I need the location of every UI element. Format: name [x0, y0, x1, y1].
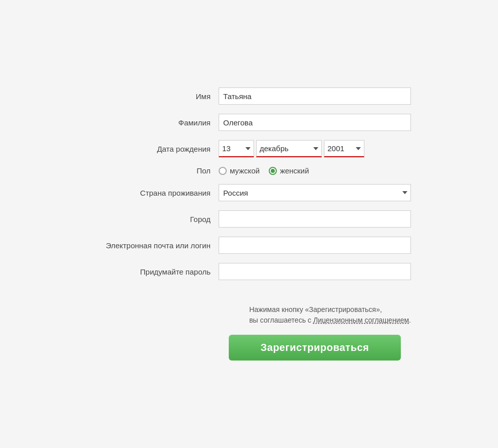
- last-name-row: Фамилия: [87, 114, 411, 131]
- email-label: Электронная почта или логин: [87, 241, 219, 250]
- dob-day-select[interactable]: 13 1 2 3 4 5 6 7 8 9 10 11 12 14: [219, 140, 254, 157]
- registration-form: Имя Фамилия Дата рождения 13 1 2 3: [0, 0, 498, 448]
- password-row: Придумайте пароль: [87, 263, 411, 280]
- email-input[interactable]: [219, 237, 411, 254]
- first-name-row: Имя: [87, 87, 411, 105]
- dob-label: Дата рождения: [87, 145, 219, 153]
- gender-female-label: женский: [280, 166, 309, 175]
- agreement-row: Нажимая кнопку «Зарегистрироваться», вы …: [87, 304, 411, 326]
- agreement-text: Нажимая кнопку «Зарегистрироваться», вы …: [249, 304, 411, 326]
- register-button-row: Зарегистрироваться: [87, 335, 411, 361]
- license-agreement-link[interactable]: Лицензионным соглашением: [313, 316, 409, 324]
- city-row: Город: [87, 210, 411, 228]
- email-row: Электронная почта или логин: [87, 237, 411, 254]
- first-name-input[interactable]: [219, 87, 411, 105]
- country-row: Страна проживания Россия Украина Беларус…: [87, 184, 411, 201]
- dob-month-select[interactable]: январь февраль март апрель май июнь июль…: [256, 140, 322, 157]
- gender-label: Пол: [87, 166, 219, 175]
- gender-row: Пол мужской женский: [87, 166, 411, 175]
- country-label: Страна проживания: [87, 189, 219, 197]
- password-input[interactable]: [219, 263, 411, 280]
- city-label: Город: [87, 215, 219, 223]
- gender-female-option[interactable]: женский: [269, 166, 309, 175]
- dob-row: Дата рождения 13 1 2 3 4 5 6 7 8 9 10: [87, 140, 411, 157]
- last-name-label: Фамилия: [87, 118, 219, 127]
- gender-male-radio[interactable]: [219, 167, 227, 175]
- last-name-input[interactable]: [219, 114, 411, 131]
- country-select[interactable]: Россия Украина Беларусь Казахстан Другая: [219, 184, 411, 201]
- gender-male-option[interactable]: мужской: [219, 166, 260, 175]
- gender-female-radio[interactable]: [269, 167, 277, 175]
- password-label: Придумайте пароль: [87, 267, 219, 276]
- gender-male-label: мужской: [230, 166, 260, 175]
- dob-year-select[interactable]: 2001 2000 1999 1998 1997 1996 1995 1990 …: [324, 140, 364, 157]
- city-input[interactable]: [219, 210, 411, 228]
- register-button[interactable]: Зарегистрироваться: [229, 335, 401, 361]
- first-name-label: Имя: [87, 92, 219, 101]
